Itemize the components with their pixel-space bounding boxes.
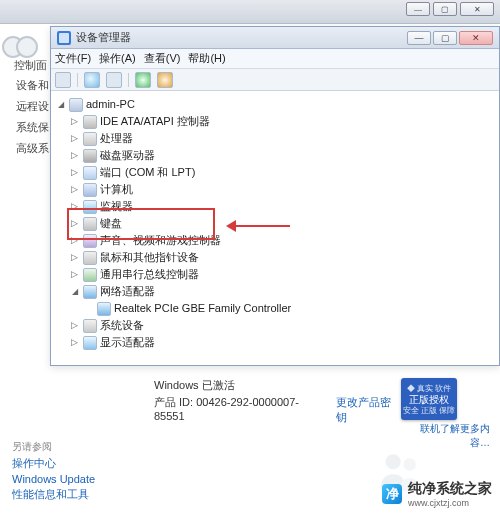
- cat-label: 声音、视频和游戏控制器: [100, 233, 221, 248]
- watermark-logo-icon: 净: [382, 484, 402, 504]
- cat-label: 磁盘驱动器: [100, 148, 155, 163]
- tree-root[interactable]: admin-PC: [55, 96, 495, 113]
- toolbar-divider: [128, 73, 129, 87]
- cat-computer[interactable]: 计算机: [69, 181, 495, 198]
- minimize-button[interactable]: —: [407, 31, 431, 45]
- cat-network[interactable]: 网络适配器: [69, 283, 495, 300]
- expander-icon[interactable]: [69, 116, 80, 127]
- also-see-header: 另请参阅: [12, 440, 95, 454]
- expander-icon[interactable]: [69, 150, 80, 161]
- control-panel-label: 控制面: [14, 58, 47, 73]
- cat-keyboard[interactable]: 键盘: [69, 215, 495, 232]
- menu-file[interactable]: 文件(F): [55, 51, 91, 66]
- sidebar-item-remote[interactable]: 远程设: [12, 99, 48, 114]
- window-title: 设备管理器: [76, 30, 131, 45]
- expander-icon[interactable]: [55, 99, 66, 110]
- toolbar-computer-icon[interactable]: [84, 72, 100, 88]
- menu-action[interactable]: 操作(A): [99, 51, 136, 66]
- chip-icon: [83, 319, 97, 333]
- svg-point-0: [386, 454, 401, 469]
- cat-usb[interactable]: 通用串行总线控制器: [69, 266, 495, 283]
- device-realtek-nic[interactable]: Realtek PCIe GBE Family Controller: [83, 300, 495, 317]
- sidebar-item-label: 高级系: [16, 141, 49, 156]
- cat-monitor[interactable]: 监视器: [69, 198, 495, 215]
- cat-system[interactable]: 系统设备: [69, 317, 495, 334]
- cat-ide-atapi[interactable]: IDE ATA/ATAPI 控制器: [69, 113, 495, 130]
- monitor-icon: [83, 200, 97, 214]
- expander-icon[interactable]: [69, 320, 80, 331]
- maximize-button[interactable]: ▢: [433, 31, 457, 45]
- controller-icon: [83, 115, 97, 129]
- cat-label: 端口 (COM 和 LPT): [100, 165, 195, 180]
- toolbar: [51, 69, 499, 91]
- svg-point-1: [403, 458, 415, 470]
- sidebar-item-label: 设备和: [16, 78, 49, 93]
- menu-view[interactable]: 查看(V): [144, 51, 181, 66]
- link-windows-update[interactable]: Windows Update: [12, 473, 95, 485]
- menu-help[interactable]: 帮助(H): [188, 51, 225, 66]
- device-manager-icon: [57, 31, 71, 45]
- cat-display[interactable]: 显示适配器: [69, 334, 495, 351]
- badge-main: 正版授权: [409, 394, 449, 405]
- keyboard-icon: [83, 217, 97, 231]
- cat-label: 键盘: [100, 216, 122, 231]
- mouse-icon: [83, 251, 97, 265]
- product-id: 产品 ID: 00426-292-0000007-85551: [154, 395, 328, 425]
- cat-label: 显示适配器: [100, 335, 155, 350]
- cat-label: 鼠标和其他指针设备: [100, 250, 199, 265]
- watermark-url: www.cjxtzj.com: [408, 498, 492, 508]
- link-perf-tools[interactable]: 性能信息和工具: [12, 487, 95, 502]
- cat-label: 系统设备: [100, 318, 144, 333]
- sidebar-item-sysprotect[interactable]: 系统保: [12, 120, 48, 135]
- pc-icon: [83, 183, 97, 197]
- cat-sound[interactable]: 声音、视频和游戏控制器: [69, 232, 495, 249]
- expander-icon[interactable]: [69, 167, 80, 178]
- device-tree[interactable]: admin-PC IDE ATA/ATAPI 控制器 处理器: [53, 92, 497, 363]
- cat-cpu[interactable]: 处理器: [69, 130, 495, 147]
- expander-icon[interactable]: [69, 235, 80, 246]
- cat-mouse[interactable]: 鼠标和其他指针设备: [69, 249, 495, 266]
- expander-icon[interactable]: [69, 269, 80, 280]
- tree-root-label: admin-PC: [86, 97, 135, 112]
- cat-label: 处理器: [100, 131, 133, 146]
- sidebar-item-advanced[interactable]: 高级系: [12, 141, 48, 156]
- device-label: Realtek PCIe GBE Family Controller: [114, 301, 291, 316]
- usb-icon: [83, 268, 97, 282]
- menubar: 文件(F) 操作(A) 查看(V) 帮助(H): [51, 49, 499, 69]
- watermark-name: 纯净系统之家: [408, 480, 492, 496]
- badge-top: ◆ 真实 软件: [407, 383, 451, 394]
- expander-icon[interactable]: [69, 184, 80, 195]
- genuine-badge[interactable]: ◆ 真实 软件 正版授权 安全 正版 保障: [401, 378, 457, 420]
- link-action-center[interactable]: 操作中心: [12, 456, 95, 471]
- cat-label: IDE ATA/ATAPI 控制器: [100, 114, 210, 129]
- toolbar-scan-icon[interactable]: [157, 72, 173, 88]
- expander-icon[interactable]: [69, 218, 80, 229]
- toolbar-properties-icon[interactable]: [55, 72, 71, 88]
- bg-minimize-button[interactable]: —: [406, 2, 430, 16]
- learn-more-link[interactable]: 联机了解更多内容…: [401, 422, 490, 450]
- toolbar-list-icon[interactable]: [106, 72, 122, 88]
- expander-icon[interactable]: [69, 201, 80, 212]
- nic-icon: [97, 302, 111, 316]
- expander-icon[interactable]: [69, 133, 80, 144]
- bg-maximize-button[interactable]: ▢: [433, 2, 457, 16]
- toolbar-refresh-icon[interactable]: [135, 72, 151, 88]
- expander-icon[interactable]: [69, 252, 80, 263]
- close-button[interactable]: ✕: [459, 31, 493, 45]
- speaker-icon: [83, 234, 97, 248]
- titlebar: 设备管理器 — ▢ ✕: [51, 27, 499, 49]
- change-product-key-link[interactable]: 更改产品密钥: [336, 395, 401, 425]
- activation-status: Windows 已激活: [154, 378, 401, 393]
- bg-close-button[interactable]: ✕: [460, 2, 494, 16]
- also-see-section: 另请参阅 操作中心 Windows Update 性能信息和工具: [12, 440, 95, 502]
- left-sidebar: 设备和 远程设 系统保 高级系: [12, 78, 48, 156]
- watermark: 净 纯净系统之家 www.cjxtzj.com: [382, 480, 492, 508]
- forward-button-icon[interactable]: [16, 36, 38, 58]
- sidebar-item-devices[interactable]: 设备和: [12, 78, 48, 93]
- cat-com[interactable]: 端口 (COM 和 LPT): [69, 164, 495, 181]
- background-window-titlebar: — ▢ ✕: [0, 0, 500, 24]
- expander-icon[interactable]: [69, 286, 80, 297]
- expander-icon[interactable]: [69, 337, 80, 348]
- toolbar-divider: [77, 73, 78, 87]
- cat-disk[interactable]: 磁盘驱动器: [69, 147, 495, 164]
